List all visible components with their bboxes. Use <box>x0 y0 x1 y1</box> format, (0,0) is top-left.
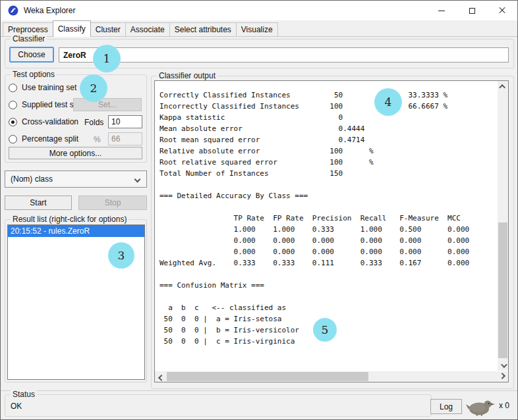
tab-classify[interactable]: Classify <box>53 20 91 37</box>
scroll-down-button[interactable] <box>498 360 508 371</box>
maximize-button[interactable] <box>457 1 487 20</box>
callout-1: 1 <box>93 45 121 72</box>
minimize-icon <box>438 11 445 11</box>
radio-label: Supplied test set <box>22 100 80 109</box>
more-options-button[interactable]: More options... <box>9 147 142 159</box>
scroll-right-button[interactable] <box>498 371 508 382</box>
tab-select-attributes[interactable]: Select attributes <box>169 22 237 36</box>
status-value: OK <box>11 402 22 411</box>
status-group: Status OK <box>5 394 432 417</box>
titlebar[interactable]: Weka Explorer <box>1 1 517 20</box>
radio-supplied-test-set[interactable]: Supplied test set <box>9 100 80 109</box>
log-button[interactable]: Log <box>430 399 462 414</box>
horizontal-scroll-thumb[interactable] <box>167 372 368 381</box>
test-options-group-label: Test options <box>11 70 57 79</box>
minimize-button[interactable] <box>426 1 457 20</box>
close-button[interactable] <box>487 1 517 20</box>
radio-circle <box>9 84 17 92</box>
radio-label: Percentage split <box>22 134 78 144</box>
vertical-scroll-thumb[interactable] <box>498 223 507 358</box>
classifier-output-text: Correctly Classified Instances 50 33.333… <box>159 90 495 347</box>
weka-explorer-window: Weka Explorer Preprocess Classify Cluste… <box>0 0 518 420</box>
close-icon <box>498 7 506 14</box>
callout-4: 4 <box>374 88 402 116</box>
callout-2: 2 <box>80 74 107 102</box>
scroll-up-button[interactable] <box>498 81 508 92</box>
classifier-group-label: Classifier <box>11 34 47 43</box>
chevron-down-icon <box>134 176 141 183</box>
choose-classifier-button[interactable]: Choose <box>9 47 54 63</box>
chevron-down-icon <box>500 361 507 368</box>
start-button[interactable]: Start <box>5 196 72 210</box>
class-attribute-value: (Nom) class <box>11 174 53 184</box>
callout-5: 5 <box>313 318 337 342</box>
radio-circle <box>9 135 17 144</box>
vertical-scrollbar[interactable] <box>498 81 508 371</box>
chevron-right-icon <box>499 373 505 379</box>
weka-app-icon <box>8 5 18 16</box>
classifier-scheme-field[interactable]: ZeroR <box>59 47 509 63</box>
result-list-group-label: Result list (right-click for options) <box>11 215 129 224</box>
percent-label: % <box>94 135 101 144</box>
window-title: Weka Explorer <box>24 6 75 15</box>
horizontal-scrollbar[interactable] <box>155 371 508 382</box>
classifier-output-group-label: Classifier output <box>157 71 217 80</box>
callout-3: 3 <box>108 242 134 269</box>
scroll-left-button[interactable] <box>155 371 165 382</box>
percent-input[interactable] <box>108 132 142 145</box>
chevron-up-icon <box>499 84 505 90</box>
set-test-set-button[interactable]: Set... <box>73 98 142 111</box>
radio-percentage-split[interactable]: Percentage split <box>9 134 78 144</box>
folds-input[interactable] <box>108 115 142 128</box>
weka-bird-icon <box>465 397 496 417</box>
radio-label: Cross-validation <box>22 117 78 126</box>
tab-visualize[interactable]: Visualize <box>236 22 278 36</box>
status-group-label: Status <box>11 390 37 399</box>
chevron-left-icon <box>158 374 164 381</box>
class-attribute-dropdown[interactable]: (Nom) class <box>5 171 147 188</box>
tab-cluster[interactable]: Cluster <box>90 22 126 36</box>
memory-counter: x 0 <box>499 401 509 410</box>
radio-use-training-set[interactable]: Use training set <box>9 83 76 92</box>
radio-circle <box>9 101 17 109</box>
radio-circle-checked <box>9 118 17 126</box>
stop-button[interactable]: Stop <box>78 196 147 210</box>
result-list-item[interactable]: 20:15:52 - rules.ZeroR <box>8 225 144 237</box>
maximize-icon <box>469 8 475 14</box>
radio-cross-validation[interactable]: Cross-validation <box>9 117 78 126</box>
radio-label: Use training set <box>22 83 76 92</box>
tab-bar: Preprocess Classify Cluster Associate Se… <box>1 21 517 37</box>
status-separator <box>1 390 517 391</box>
folds-label: Folds <box>84 118 103 127</box>
tab-associate[interactable]: Associate <box>125 22 170 36</box>
